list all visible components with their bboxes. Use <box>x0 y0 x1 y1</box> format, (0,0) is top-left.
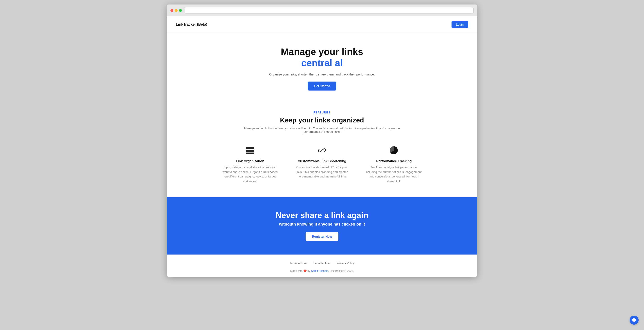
stack-icon <box>244 145 256 156</box>
page-content: LinkTracker (Beta) Login Manage your lin… <box>167 16 477 277</box>
svg-rect-1 <box>246 150 254 152</box>
maximize-button[interactable] <box>179 9 182 12</box>
feature-desc-tracking: Track and analyse link performance, incl… <box>365 165 423 184</box>
features-description: Manage and optimize the links you share … <box>243 127 401 133</box>
pie-chart-icon <box>388 145 400 156</box>
features-grid: Link Organization Input, categorize, and… <box>176 145 468 184</box>
svg-rect-0 <box>246 147 254 149</box>
site-logo: LinkTracker (Beta) <box>176 22 207 26</box>
cta-banner: Never share a link again withouth knowin… <box>167 197 477 255</box>
register-button[interactable]: Register Now <box>306 232 338 241</box>
feature-name-tracking: Performance Tracking <box>365 159 423 163</box>
hero-subtitle: central al <box>176 57 468 69</box>
site-header: LinkTracker (Beta) Login <box>167 16 477 33</box>
feature-name-organization: Link Organization <box>221 159 279 163</box>
footer-link-legal[interactable]: Legal Notice <box>314 262 330 265</box>
cta-title: Never share a link again <box>176 211 468 220</box>
feature-desc-organization: Input, categorize, and store the links y… <box>221 165 279 184</box>
footer-author-link[interactable]: Samir Alibabic <box>311 269 328 273</box>
chat-icon <box>632 318 636 322</box>
feature-desc-shortening: Customize the shortened URLs for your li… <box>293 165 351 179</box>
hero-title: Manage your links central al <box>176 46 468 69</box>
features-label: FEATURES <box>176 111 468 114</box>
feature-item-organization: Link Organization Input, categorize, and… <box>221 145 279 184</box>
get-started-button[interactable]: Get Started <box>308 81 336 90</box>
login-button[interactable]: Login <box>452 21 468 28</box>
footer-credit: Made with ❤️ by Samir Alibabic. LinkTrac… <box>176 269 468 273</box>
features-section: FEATURES Keep your links organized Manag… <box>167 102 477 197</box>
link-icon <box>316 145 328 156</box>
address-bar[interactable] <box>184 7 474 13</box>
feature-name-shortening: Customizable Link Shortening <box>293 159 351 163</box>
browser-window: LinkTracker (Beta) Login Manage your lin… <box>167 4 477 277</box>
footer-link-terms[interactable]: Terms of Use <box>290 262 307 265</box>
svg-rect-2 <box>246 153 254 154</box>
footer-links: Terms of Use Legal Notice Privacy Policy <box>176 262 468 265</box>
site-footer: Terms of Use Legal Notice Privacy Policy… <box>167 255 477 277</box>
browser-chrome <box>167 4 477 16</box>
heart-icon: ❤️ <box>303 269 307 273</box>
hero-description: Organize your links, shorten them, share… <box>176 72 468 76</box>
cta-subtitle: withouth knowing if anyone has clicked o… <box>176 222 468 227</box>
feature-item-tracking: Performance Tracking Track and analyse l… <box>365 145 423 184</box>
feature-item-shortening: Customizable Link Shortening Customize t… <box>293 145 351 184</box>
traffic-lights <box>170 9 182 12</box>
footer-link-privacy[interactable]: Privacy Policy <box>336 262 354 265</box>
hero-section: Manage your links central al Organize yo… <box>167 33 477 102</box>
close-button[interactable] <box>170 9 173 12</box>
features-title: Keep your links organized <box>176 116 468 124</box>
minimize-button[interactable] <box>175 9 178 12</box>
chat-bubble-button[interactable] <box>630 316 638 325</box>
